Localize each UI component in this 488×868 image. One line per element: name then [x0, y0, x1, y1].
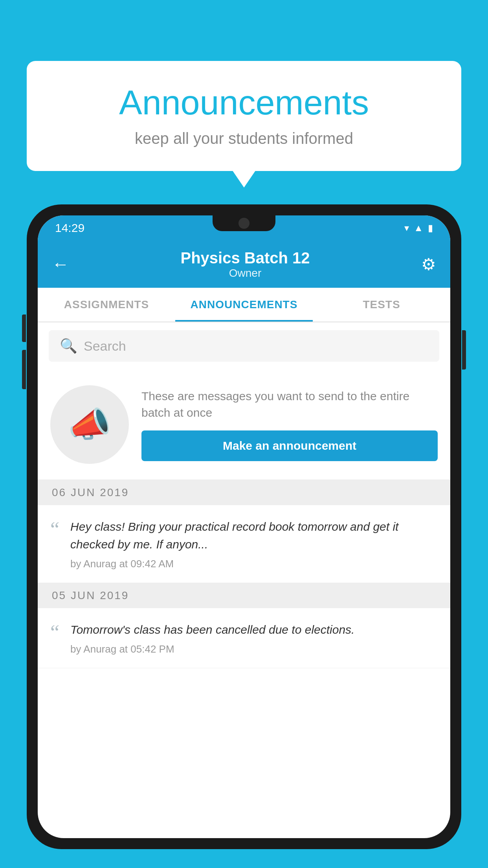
- promo-right: These are messages you want to send to t…: [141, 388, 438, 461]
- promo-icon-circle: 📣: [50, 385, 129, 464]
- volume-up-button[interactable]: [22, 314, 26, 342]
- phone-camera: [238, 218, 250, 229]
- megaphone-icon: 📣: [68, 404, 111, 445]
- message-content-2: Tomorrow's class has been cancelled due …: [70, 621, 438, 655]
- date-separator-1: 06 JUN 2019: [38, 480, 450, 505]
- message-meta-2: by Anurag at 05:42 PM: [70, 643, 438, 655]
- message-text-1: Hey class! Bring your practical record b…: [70, 518, 438, 553]
- promo-section: 📣 These are messages you want to send to…: [38, 370, 450, 480]
- battery-icon: ▮: [428, 223, 433, 234]
- phone-screen: 14:29 ▾ ▲ ▮ ← Physics Batch 12 Owner ⚙: [38, 215, 450, 838]
- bubble-title: Announcements: [50, 83, 438, 123]
- power-button[interactable]: [462, 330, 466, 370]
- phone-notch: [213, 215, 275, 231]
- app-bar-title-section: Physics Batch 12 Owner: [69, 249, 421, 280]
- quote-icon-2: “: [50, 622, 59, 643]
- tabs-bar: ASSIGNMENTS ANNOUNCEMENTS TESTS: [38, 288, 450, 322]
- signal-icon: ▲: [414, 223, 423, 234]
- app-bar-subtitle: Owner: [69, 267, 421, 280]
- app-bar: ← Physics Batch 12 Owner ⚙: [38, 241, 450, 288]
- message-content-1: Hey class! Bring your practical record b…: [70, 518, 438, 570]
- tab-announcements[interactable]: ANNOUNCEMENTS: [175, 288, 313, 322]
- message-meta-1: by Anurag at 09:42 AM: [70, 558, 438, 570]
- make-announcement-button[interactable]: Make an announcement: [141, 430, 438, 461]
- tab-tests[interactable]: TESTS: [313, 288, 450, 322]
- search-bar[interactable]: 🔍 Search: [49, 330, 439, 362]
- bubble-subtitle: keep all your students informed: [50, 130, 438, 147]
- search-icon: 🔍: [60, 338, 77, 354]
- message-item-1[interactable]: “ Hey class! Bring your practical record…: [38, 505, 450, 583]
- date-separator-2: 05 JUN 2019: [38, 583, 450, 608]
- app-bar-title: Physics Batch 12: [69, 249, 421, 267]
- back-button[interactable]: ←: [52, 254, 69, 274]
- speech-bubble-container: Announcements keep all your students inf…: [27, 61, 461, 171]
- search-placeholder: Search: [84, 338, 126, 354]
- wifi-icon: ▾: [404, 223, 409, 234]
- speech-bubble: Announcements keep all your students inf…: [27, 61, 461, 171]
- phone-container: 14:29 ▾ ▲ ▮ ← Physics Batch 12 Owner ⚙: [27, 204, 461, 868]
- promo-description: These are messages you want to send to t…: [141, 388, 438, 421]
- settings-icon[interactable]: ⚙: [421, 255, 436, 274]
- phone-outer: 14:29 ▾ ▲ ▮ ← Physics Batch 12 Owner ⚙: [27, 204, 461, 849]
- status-icons: ▾ ▲ ▮: [404, 223, 433, 234]
- search-container: 🔍 Search: [38, 322, 450, 370]
- message-item-2[interactable]: “ Tomorrow's class has been cancelled du…: [38, 608, 450, 668]
- volume-down-button[interactable]: [22, 350, 26, 389]
- message-text-2: Tomorrow's class has been cancelled due …: [70, 621, 438, 638]
- quote-icon-1: “: [50, 519, 59, 540]
- tab-assignments[interactable]: ASSIGNMENTS: [38, 288, 175, 322]
- status-time: 14:29: [55, 221, 84, 235]
